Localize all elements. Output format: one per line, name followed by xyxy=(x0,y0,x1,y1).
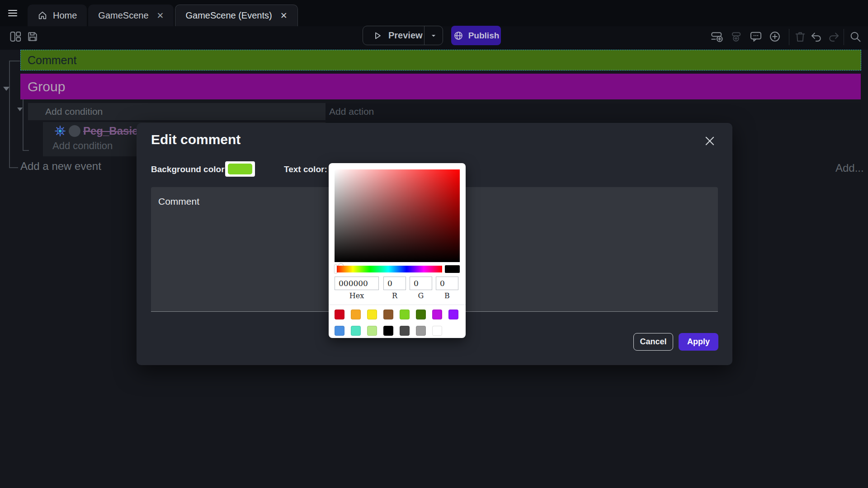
comment-event[interactable]: Comment xyxy=(20,50,861,70)
green-input[interactable] xyxy=(410,277,432,290)
tab-close-icon[interactable]: ✕ xyxy=(157,10,164,21)
preset-swatch[interactable] xyxy=(335,326,344,336)
tab-label: GameScene xyxy=(98,10,148,21)
dialog-title: Edit comment xyxy=(151,132,241,147)
object-name: Peg_Basic xyxy=(83,125,138,137)
tab-gamescene-events[interactable]: GameScene (Events) ✕ xyxy=(175,5,297,26)
hex-label: Hex xyxy=(335,291,379,300)
toolbar-divider xyxy=(789,29,789,45)
add-comment-icon[interactable] xyxy=(750,30,762,43)
save-icon[interactable] xyxy=(26,30,39,43)
blue-input[interactable] xyxy=(436,277,458,290)
tab-label: Home xyxy=(53,10,77,21)
preview-label: Preview xyxy=(388,30,423,41)
globe-icon xyxy=(453,30,464,41)
preset-swatch[interactable] xyxy=(400,310,410,319)
tab-home[interactable]: Home xyxy=(28,5,87,26)
background-color-swatch[interactable] xyxy=(225,161,255,177)
preset-swatch[interactable] xyxy=(400,326,410,336)
preset-swatch[interactable] xyxy=(383,310,393,319)
current-color-preview xyxy=(445,265,460,273)
preset-row-1 xyxy=(335,310,458,319)
group-event[interactable]: Group xyxy=(20,74,861,99)
main-menu-icon[interactable] xyxy=(6,8,19,19)
undo-icon[interactable] xyxy=(810,30,823,43)
preview-options-button[interactable] xyxy=(425,32,443,40)
tab-gamescene[interactable]: GameScene ✕ xyxy=(88,5,174,26)
search-icon[interactable] xyxy=(849,30,862,43)
red-label: R xyxy=(383,291,406,300)
preset-swatch[interactable] xyxy=(367,326,377,336)
hex-input[interactable] xyxy=(335,277,379,290)
toggle-panels-icon[interactable] xyxy=(9,30,22,43)
collapse-arrow-icon[interactable] xyxy=(17,108,23,111)
preset-swatch[interactable] xyxy=(432,310,442,319)
tree-line xyxy=(9,167,18,168)
top-tab-bar: Home GameScene ✕ GameScene (Events) ✕ xyxy=(0,0,868,26)
tree-line xyxy=(23,99,24,151)
preset-swatch[interactable] xyxy=(351,326,361,336)
preset-swatch[interactable] xyxy=(448,310,458,319)
green-label: G xyxy=(410,291,432,300)
add-new-event-link[interactable]: Add a new event xyxy=(20,160,101,173)
comment-event-text: Comment xyxy=(28,54,76,67)
preset-swatch[interactable] xyxy=(416,310,426,319)
tab-close-icon[interactable]: ✕ xyxy=(280,10,288,21)
toolbar-divider xyxy=(844,29,844,45)
publish-button[interactable]: Publish xyxy=(451,26,501,45)
home-icon xyxy=(38,10,47,20)
tree-line xyxy=(9,61,10,168)
cancel-button[interactable]: Cancel xyxy=(633,333,673,351)
background-color-label: Background color: xyxy=(151,164,227,174)
background-color-value xyxy=(228,164,252,174)
preset-swatch[interactable] xyxy=(367,310,377,319)
preset-swatch[interactable] xyxy=(383,326,393,336)
picker-divider xyxy=(329,305,466,305)
behavior-gear-icon xyxy=(54,125,66,137)
condition-instruction[interactable]: Peg_Basic xyxy=(43,123,138,139)
chevron-down-icon xyxy=(429,32,438,40)
close-icon[interactable] xyxy=(703,135,716,147)
object-thumbnail xyxy=(69,125,80,137)
preview-main[interactable]: Preview xyxy=(363,30,424,41)
preset-swatch[interactable] xyxy=(335,310,344,319)
choose-event-icon[interactable] xyxy=(769,30,781,43)
events-toolbar: Preview Publish xyxy=(0,26,868,50)
preset-row-2 xyxy=(335,326,442,336)
add-subevent-icon xyxy=(730,30,742,43)
blue-label: B xyxy=(436,291,458,300)
saturation-field[interactable] xyxy=(335,169,460,262)
publish-label: Publish xyxy=(468,31,500,41)
tree-line xyxy=(9,61,20,61)
play-icon xyxy=(372,30,383,41)
apply-button[interactable]: Apply xyxy=(679,333,718,351)
delete-icon xyxy=(794,30,807,43)
text-color-label: Text color: xyxy=(284,164,327,174)
add-action-link[interactable]: Add action xyxy=(326,103,861,120)
color-picker-popup: Hex R G B xyxy=(329,163,466,338)
tab-strip: Home GameScene ✕ GameScene (Events) ✕ xyxy=(28,5,298,26)
add-condition-link[interactable]: Add condition xyxy=(52,140,113,152)
redo-icon xyxy=(827,30,840,43)
collapse-arrow-icon[interactable] xyxy=(3,87,9,91)
tab-label: GameScene (Events) xyxy=(185,10,272,21)
preview-button[interactable]: Preview xyxy=(363,26,443,45)
tree-line xyxy=(23,150,29,151)
group-event-text: Group xyxy=(28,79,65,94)
preset-swatch[interactable] xyxy=(351,310,361,319)
hue-slider[interactable] xyxy=(335,266,442,272)
preset-swatch[interactable] xyxy=(432,326,442,336)
add-condition-link[interactable]: Add condition xyxy=(28,103,326,120)
add-more-link[interactable]: Add... xyxy=(835,162,864,174)
add-event-icon[interactable] xyxy=(711,30,723,43)
red-input[interactable] xyxy=(383,277,406,290)
hue-slider-handle[interactable] xyxy=(335,265,337,273)
preset-swatch[interactable] xyxy=(416,326,426,336)
